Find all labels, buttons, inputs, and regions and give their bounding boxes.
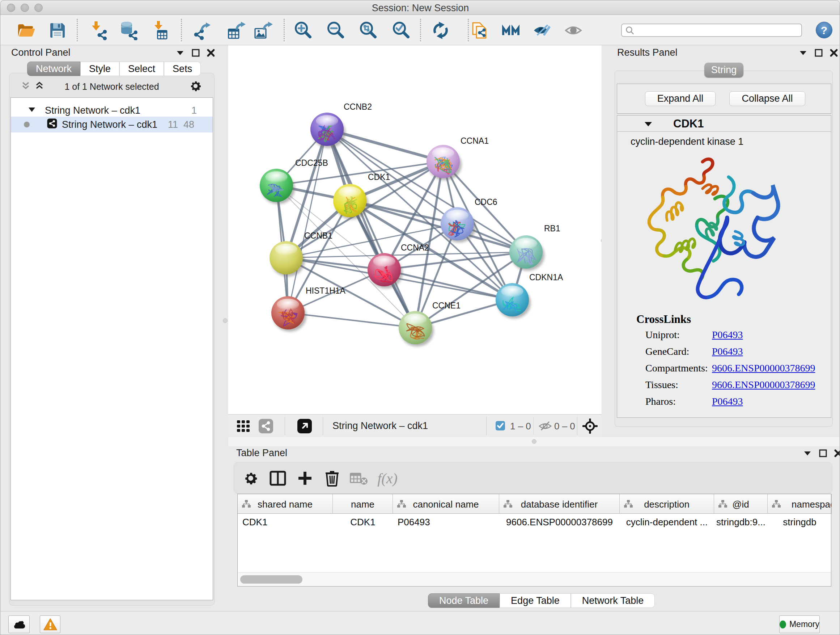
search-input[interactable] <box>635 25 801 36</box>
table-horizontal-scrollbar[interactable] <box>238 572 831 586</box>
toolbar-separator <box>284 19 285 41</box>
cloud-button[interactable] <box>8 616 30 633</box>
tab-network[interactable]: Network <box>27 62 80 76</box>
collection-disclosure-icon[interactable] <box>27 105 36 116</box>
open-in-new-window-icon[interactable] <box>297 418 312 435</box>
panel-menu-icon[interactable] <box>803 448 812 459</box>
column-header-databaseidentifier[interactable]: database identifier <box>499 494 620 514</box>
network-canvas[interactable]: CCNB2CCNA1CDC25BCDK1CDC6RB1CCNB1CCNA2CDK… <box>228 45 602 414</box>
tab-edge-table[interactable]: Edge Table <box>500 593 571 608</box>
panel-close-icon[interactable] <box>829 49 838 59</box>
collection-count: 1 <box>191 105 197 116</box>
expand-all-button[interactable]: Expand All <box>645 91 715 106</box>
table-cell[interactable]: CDK1 <box>242 516 267 528</box>
split-view-icon[interactable] <box>270 470 286 486</box>
gene-symbol: CDK1 <box>673 117 704 130</box>
show-all-icon[interactable] <box>564 21 584 40</box>
crosslink-link[interactable]: 9606.ENSP00000378699 <box>712 379 815 391</box>
network-share-icon[interactable] <box>258 418 273 435</box>
panel-float-icon[interactable] <box>191 49 200 59</box>
edge-CCNB2-CCNE1[interactable] <box>327 129 415 328</box>
column-header-id[interactable]: @id <box>714 494 767 514</box>
node-CCNB2[interactable]: CCNB2 <box>310 102 372 148</box>
import-network-file-icon[interactable] <box>89 21 109 40</box>
table-cell[interactable]: 9606.ENSP00000378699 <box>499 516 620 528</box>
zoom-out-icon[interactable] <box>325 21 345 40</box>
warnings-button[interactable] <box>40 616 60 633</box>
hide-selected-icon[interactable] <box>532 21 552 40</box>
gene-disclosure-icon[interactable] <box>643 120 653 130</box>
table-settings-icon[interactable] <box>243 470 259 486</box>
export-network-icon[interactable] <box>192 21 212 40</box>
node-CCNA1[interactable]: CCNA1 <box>426 136 489 180</box>
table-panel-title: Table Panel <box>236 448 287 459</box>
copy-session-icon[interactable] <box>470 21 489 40</box>
zoom-in-icon[interactable] <box>293 21 313 40</box>
crosslink-label: Tissues: <box>645 379 712 391</box>
crosslink-link[interactable]: P06493 <box>712 329 743 340</box>
first-neighbors-icon[interactable] <box>502 21 521 40</box>
vertical-splitter-handle[interactable] <box>223 318 227 323</box>
export-image-icon[interactable] <box>254 21 273 40</box>
edge-CCNB2-HIST1H1A[interactable] <box>288 129 327 313</box>
column-header-description[interactable]: description <box>620 494 714 514</box>
tab-node-table[interactable]: Node Table <box>428 593 500 608</box>
save-session-icon[interactable] <box>48 21 67 40</box>
column-header-canonicalname[interactable]: canonical name <box>393 494 499 514</box>
network-collection-row[interactable]: String Network – cdk1 1 <box>11 103 213 118</box>
add-column-icon[interactable] <box>297 470 313 486</box>
memory-button[interactable]: Memory <box>779 616 820 633</box>
grid-mode-icon[interactable] <box>236 419 251 435</box>
node-HIST1H1A[interactable]: HIST1H1A <box>271 286 346 332</box>
network-options-gear-icon[interactable] <box>189 79 202 94</box>
panel-close-icon[interactable] <box>207 49 215 59</box>
refresh-view-icon[interactable] <box>431 21 450 40</box>
edge-HIST1H1A-CCNE1[interactable] <box>288 313 415 328</box>
panel-menu-icon[interactable] <box>175 48 185 59</box>
horizontal-splitter-handle[interactable] <box>532 439 537 444</box>
tab-select[interactable]: Select <box>119 62 164 76</box>
export-table-icon[interactable] <box>226 21 246 40</box>
table-cell[interactable]: stringdb:9... <box>714 516 767 528</box>
zoom-selected-icon[interactable] <box>391 21 411 40</box>
column-header-name[interactable]: name <box>333 494 393 514</box>
panel-float-icon[interactable] <box>814 49 823 59</box>
column-header-sharedname[interactable]: shared name <box>238 494 333 514</box>
network-row[interactable]: String Network – cdk1 11 48 <box>11 117 213 133</box>
table-cell[interactable]: stringdb <box>767 516 832 528</box>
tab-string[interactable]: String <box>704 63 744 78</box>
gene-section-header[interactable]: CDK1 <box>617 116 831 132</box>
scrollbar-thumb[interactable] <box>240 575 302 584</box>
table-cell[interactable]: P06493 <box>398 516 430 528</box>
crosshair-icon[interactable] <box>583 418 598 435</box>
column-header-namespace[interactable]: namespace <box>767 494 832 514</box>
tab-sets[interactable]: Sets <box>164 62 201 76</box>
import-network-database-icon[interactable] <box>118 21 138 40</box>
crosslink-label: Pharos: <box>645 396 712 407</box>
tab-style[interactable]: Style <box>80 62 119 76</box>
panel-menu-icon[interactable] <box>798 48 808 59</box>
crosslink-link[interactable]: P06493 <box>712 396 743 407</box>
crosslink-link[interactable]: P06493 <box>712 346 743 357</box>
horizontal-splitter[interactable] <box>228 437 840 447</box>
table-cell[interactable]: CDK1 <box>333 516 393 528</box>
delete-column-icon[interactable] <box>325 470 340 486</box>
title-bar: Session: New Session <box>0 0 840 15</box>
import-table-file-icon[interactable] <box>150 21 169 40</box>
function-builder-icon[interactable]: f(x) <box>377 470 398 487</box>
collapse-all-button[interactable]: Collapse All <box>729 91 805 106</box>
node-CCNB1[interactable]: CCNB1 <box>270 231 332 277</box>
tab-network-table[interactable]: Network Table <box>571 593 655 608</box>
collection-label: String Network – cdk1 <box>45 105 141 116</box>
node-CCNE1[interactable]: CCNE1 <box>399 301 461 347</box>
panel-close-icon[interactable] <box>834 449 840 459</box>
crosslink-link[interactable]: 9606.ENSP00000378699 <box>712 363 815 374</box>
node-RB1[interactable]: RB1 <box>509 224 561 271</box>
table-cell[interactable]: cyclin-dependent ... <box>620 516 714 528</box>
edge-CDK1-RB1[interactable] <box>350 201 526 252</box>
node-CDKN1A[interactable]: CDKN1A <box>496 272 563 318</box>
panel-float-icon[interactable] <box>819 449 827 459</box>
zoom-fit-icon[interactable] <box>358 21 378 40</box>
open-session-icon[interactable] <box>16 21 36 40</box>
help-button[interactable]: ? <box>816 22 832 38</box>
